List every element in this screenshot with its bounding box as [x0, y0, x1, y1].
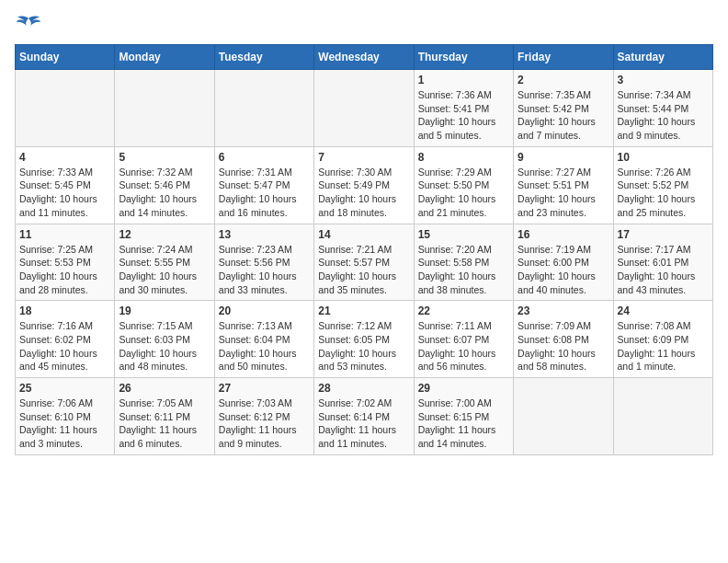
day-number: 7 [318, 151, 409, 164]
weekday-header: Wednesday [314, 45, 414, 70]
day-info: Sunrise: 7:25 AMSunset: 5:53 PMDaylight:… [19, 243, 110, 297]
calendar-week-row: 25Sunrise: 7:06 AMSunset: 6:10 PMDayligh… [16, 378, 713, 455]
day-number: 27 [219, 382, 310, 395]
day-number: 11 [19, 228, 110, 241]
calendar-day-cell: 16Sunrise: 7:19 AMSunset: 6:00 PMDayligh… [514, 224, 613, 301]
day-info: Sunrise: 7:16 AMSunset: 6:02 PMDaylight:… [19, 319, 110, 373]
page-header [15, 15, 713, 35]
day-info: Sunrise: 7:29 AMSunset: 5:50 PMDaylight:… [418, 166, 509, 220]
weekday-header: Saturday [613, 45, 712, 70]
weekday-header: Friday [514, 45, 613, 70]
day-info: Sunrise: 7:27 AMSunset: 5:51 PMDaylight:… [518, 166, 609, 220]
calendar-day-cell: 29Sunrise: 7:00 AMSunset: 6:15 PMDayligh… [414, 378, 513, 455]
calendar-week-row: 1Sunrise: 7:36 AMSunset: 5:41 PMDaylight… [16, 70, 713, 147]
day-number: 9 [518, 151, 609, 164]
day-info: Sunrise: 7:11 AMSunset: 6:07 PMDaylight:… [418, 319, 509, 373]
day-number: 17 [618, 228, 709, 241]
calendar-day-cell: 25Sunrise: 7:06 AMSunset: 6:10 PMDayligh… [16, 378, 115, 455]
day-number: 6 [219, 151, 310, 164]
calendar-day-cell: 24Sunrise: 7:08 AMSunset: 6:09 PMDayligh… [613, 301, 712, 378]
calendar-day-cell: 20Sunrise: 7:13 AMSunset: 6:04 PMDayligh… [214, 301, 313, 378]
day-number: 13 [219, 228, 310, 241]
day-info: Sunrise: 7:12 AMSunset: 6:05 PMDaylight:… [318, 319, 409, 373]
logo-bird-icon [16, 15, 41, 35]
day-number: 28 [318, 382, 409, 395]
calendar-day-cell [514, 378, 613, 455]
day-info: Sunrise: 7:24 AMSunset: 5:55 PMDaylight:… [119, 243, 210, 297]
calendar-day-cell: 12Sunrise: 7:24 AMSunset: 5:55 PMDayligh… [115, 224, 214, 301]
day-number: 29 [418, 382, 509, 395]
day-info: Sunrise: 7:19 AMSunset: 6:00 PMDaylight:… [518, 243, 609, 297]
calendar-day-cell: 28Sunrise: 7:02 AMSunset: 6:14 PMDayligh… [314, 378, 414, 455]
calendar-day-cell [16, 70, 115, 147]
calendar-header-row: SundayMondayTuesdayWednesdayThursdayFrid… [16, 45, 713, 70]
calendar-day-cell [314, 70, 414, 147]
day-number: 3 [618, 74, 709, 86]
calendar-day-cell: 9Sunrise: 7:27 AMSunset: 5:51 PMDaylight… [514, 146, 613, 224]
calendar-day-cell: 11Sunrise: 7:25 AMSunset: 5:53 PMDayligh… [16, 224, 115, 301]
day-number: 4 [19, 151, 110, 164]
day-info: Sunrise: 7:30 AMSunset: 5:49 PMDaylight:… [318, 166, 409, 220]
day-info: Sunrise: 7:35 AMSunset: 5:42 PMDaylight:… [518, 88, 609, 143]
logo [15, 15, 42, 35]
calendar-day-cell: 19Sunrise: 7:15 AMSunset: 6:03 PMDayligh… [115, 301, 214, 378]
calendar-day-cell [613, 378, 712, 455]
day-info: Sunrise: 7:32 AMSunset: 5:46 PMDaylight:… [119, 166, 210, 220]
day-number: 12 [119, 228, 210, 241]
calendar-week-row: 4Sunrise: 7:33 AMSunset: 5:45 PMDaylight… [16, 146, 713, 224]
day-number: 21 [318, 304, 409, 317]
day-info: Sunrise: 7:31 AMSunset: 5:47 PMDaylight:… [219, 166, 310, 220]
calendar-day-cell: 10Sunrise: 7:26 AMSunset: 5:52 PMDayligh… [613, 146, 712, 224]
day-info: Sunrise: 7:05 AMSunset: 6:11 PMDaylight:… [119, 396, 210, 451]
day-number: 22 [418, 304, 509, 317]
calendar-day-cell: 27Sunrise: 7:03 AMSunset: 6:12 PMDayligh… [214, 378, 313, 455]
day-number: 20 [219, 304, 310, 317]
weekday-header: Sunday [16, 45, 115, 70]
day-number: 1 [418, 74, 509, 86]
day-info: Sunrise: 7:02 AMSunset: 6:14 PMDaylight:… [318, 396, 409, 451]
day-info: Sunrise: 7:13 AMSunset: 6:04 PMDaylight:… [219, 319, 310, 373]
calendar-day-cell: 4Sunrise: 7:33 AMSunset: 5:45 PMDaylight… [16, 146, 115, 224]
day-info: Sunrise: 7:23 AMSunset: 5:56 PMDaylight:… [219, 243, 310, 297]
calendar-day-cell: 8Sunrise: 7:29 AMSunset: 5:50 PMDaylight… [414, 146, 513, 224]
day-info: Sunrise: 7:15 AMSunset: 6:03 PMDaylight:… [119, 319, 210, 373]
calendar-day-cell: 15Sunrise: 7:20 AMSunset: 5:58 PMDayligh… [414, 224, 513, 301]
day-number: 25 [19, 382, 110, 395]
day-number: 8 [418, 151, 509, 164]
calendar-day-cell: 22Sunrise: 7:11 AMSunset: 6:07 PMDayligh… [414, 301, 513, 378]
weekday-header: Monday [115, 45, 214, 70]
day-number: 16 [518, 228, 609, 241]
day-info: Sunrise: 7:36 AMSunset: 5:41 PMDaylight:… [418, 88, 509, 143]
calendar-day-cell: 18Sunrise: 7:16 AMSunset: 6:02 PMDayligh… [16, 301, 115, 378]
day-info: Sunrise: 7:21 AMSunset: 5:57 PMDaylight:… [318, 243, 409, 297]
day-number: 24 [618, 304, 709, 317]
calendar-day-cell: 21Sunrise: 7:12 AMSunset: 6:05 PMDayligh… [314, 301, 414, 378]
day-number: 5 [119, 151, 210, 164]
day-info: Sunrise: 7:08 AMSunset: 6:09 PMDaylight:… [618, 319, 709, 373]
day-info: Sunrise: 7:03 AMSunset: 6:12 PMDaylight:… [219, 396, 310, 451]
calendar-day-cell: 7Sunrise: 7:30 AMSunset: 5:49 PMDaylight… [314, 146, 414, 224]
calendar-day-cell: 3Sunrise: 7:34 AMSunset: 5:44 PMDaylight… [613, 70, 712, 147]
calendar-day-cell: 23Sunrise: 7:09 AMSunset: 6:08 PMDayligh… [514, 301, 613, 378]
day-number: 2 [518, 74, 609, 86]
day-number: 14 [318, 228, 409, 241]
day-number: 23 [518, 304, 609, 317]
day-info: Sunrise: 7:26 AMSunset: 5:52 PMDaylight:… [618, 166, 709, 220]
day-info: Sunrise: 7:33 AMSunset: 5:45 PMDaylight:… [19, 166, 110, 220]
calendar-day-cell: 14Sunrise: 7:21 AMSunset: 5:57 PMDayligh… [314, 224, 414, 301]
calendar-day-cell: 26Sunrise: 7:05 AMSunset: 6:11 PMDayligh… [115, 378, 214, 455]
calendar-day-cell: 6Sunrise: 7:31 AMSunset: 5:47 PMDaylight… [214, 146, 313, 224]
day-number: 15 [418, 228, 509, 241]
day-number: 18 [19, 304, 110, 317]
day-info: Sunrise: 7:20 AMSunset: 5:58 PMDaylight:… [418, 243, 509, 297]
day-info: Sunrise: 7:09 AMSunset: 6:08 PMDaylight:… [518, 319, 609, 373]
day-number: 26 [119, 382, 210, 395]
calendar-day-cell: 13Sunrise: 7:23 AMSunset: 5:56 PMDayligh… [214, 224, 313, 301]
calendar-table: SundayMondayTuesdayWednesdayThursdayFrid… [15, 44, 713, 455]
calendar-day-cell: 1Sunrise: 7:36 AMSunset: 5:41 PMDaylight… [414, 70, 513, 147]
calendar-week-row: 11Sunrise: 7:25 AMSunset: 5:53 PMDayligh… [16, 224, 713, 301]
calendar-day-cell [115, 70, 214, 147]
calendar-day-cell: 5Sunrise: 7:32 AMSunset: 5:46 PMDaylight… [115, 146, 214, 224]
calendar-week-row: 18Sunrise: 7:16 AMSunset: 6:02 PMDayligh… [16, 301, 713, 378]
day-number: 19 [119, 304, 210, 317]
